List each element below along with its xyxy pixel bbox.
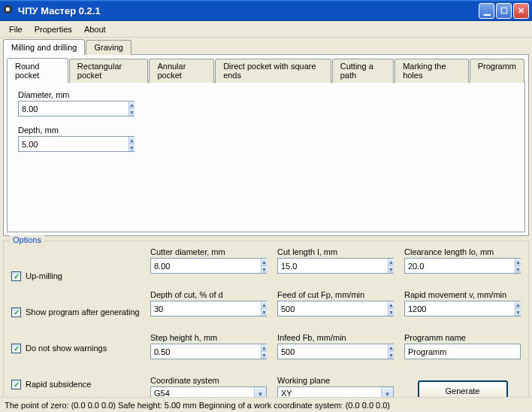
infeed-label: Infeed Fb, mm/min — [277, 333, 394, 342]
rapid-movement-spinner[interactable]: ▲▼ — [404, 301, 521, 317]
chevron-up-icon[interactable]: ▲ — [388, 259, 394, 265]
tab-cutting-path[interactable]: Cutting a path — [332, 59, 394, 83]
show-program-label: Show program after generating — [26, 307, 140, 317]
up-milling-checkbox[interactable]: ✓ — [11, 271, 21, 281]
chevron-down-icon[interactable]: ▼ — [388, 351, 394, 359]
tab-annular-pocket[interactable]: Annular pocket — [149, 59, 214, 83]
titlebar: ЧПУ Мастер 0.2.1 ▁ ☐ ✕ — [0, 0, 532, 21]
show-program-row: ✓ Show program after generating — [11, 307, 150, 317]
app-icon — [3, 5, 15, 17]
diameter-up-icon[interactable]: ▲ — [129, 101, 135, 108]
programm-name-input[interactable] — [404, 344, 521, 359]
rapid-movement-input[interactable] — [405, 301, 515, 316]
feed-of-cut-spinner[interactable]: ▲▼ — [277, 301, 394, 317]
no-warnings-checkbox[interactable]: ✓ — [11, 344, 21, 353]
tab-marking-holes[interactable]: Marking the holes — [394, 59, 469, 83]
chevron-down-icon[interactable]: ▼ — [261, 351, 267, 359]
chevron-down-icon[interactable]: ▼ — [515, 308, 521, 316]
clearance-length-label: Clearance length lo, mm — [404, 247, 521, 256]
depth-input[interactable] — [19, 137, 128, 151]
up-milling-label: Up-milling — [26, 271, 62, 280]
tab-rectangular-pocket[interactable]: Rectangular pocket — [69, 59, 149, 83]
step-height-label: Step height h, mm — [150, 333, 267, 342]
close-button[interactable]: ✕ — [513, 3, 529, 19]
chevron-down-icon[interactable]: ▼ — [388, 308, 394, 316]
round-pocket-panel: Diameter, mm ▲ ▼ Depth, mm ▲ ▼ — [7, 82, 525, 232]
tab-round-pocket[interactable]: Round pocket — [7, 58, 68, 83]
depth-spinner[interactable]: ▲ ▼ — [18, 136, 135, 152]
infeed-input[interactable] — [278, 344, 388, 359]
depth-of-cut-input[interactable] — [151, 301, 261, 316]
diameter-spinner[interactable]: ▲ ▼ — [18, 101, 135, 117]
depth-label: Depth, mm — [18, 126, 514, 135]
diameter-label: Diameter, mm — [18, 90, 514, 99]
tab-milling-drilling[interactable]: Milling and drilling — [3, 39, 85, 55]
step-height-spinner[interactable]: ▲▼ — [150, 344, 267, 359]
cutter-diameter-input[interactable] — [151, 259, 261, 273]
depth-of-cut-spinner[interactable]: ▲▼ — [150, 301, 267, 317]
no-warnings-row: ✓ Do not show warnings — [11, 344, 150, 353]
cutter-diameter-spinner[interactable]: ▲▼ — [150, 258, 267, 274]
window-title: ЧПУ Мастер 0.2.1 — [18, 5, 479, 17]
coordinate-system-label: Coordinate system — [150, 376, 267, 385]
cut-length-label: Cut length l, mm — [277, 247, 394, 256]
cutter-diameter-label: Cutter diameter, mm — [150, 247, 267, 256]
up-milling-row: ✓ Up-milling — [11, 271, 150, 281]
rapid-movement-label: Rapid movement v, mm/min — [404, 290, 521, 299]
feed-of-cut-input[interactable] — [278, 301, 388, 316]
clearance-length-spinner[interactable]: ▲▼ — [404, 258, 521, 274]
working-plane-label: Working plane — [277, 376, 394, 385]
chevron-up-icon[interactable]: ▲ — [388, 301, 394, 308]
rapid-subsidence-checkbox[interactable]: ✓ — [11, 380, 21, 389]
menu-about[interactable]: About — [78, 23, 112, 35]
no-warnings-label: Do not show warnings — [26, 344, 107, 353]
tab-graving[interactable]: Graving — [86, 40, 131, 55]
chevron-up-icon[interactable]: ▲ — [515, 301, 521, 308]
diameter-input[interactable] — [19, 101, 128, 116]
feed-of-cut-label: Feed of cut Fp, mm/min — [277, 290, 394, 299]
cut-length-input[interactable] — [278, 259, 388, 273]
chevron-down-icon[interactable]: ▼ — [261, 308, 267, 316]
tab-programm[interactable]: Programm — [470, 59, 524, 83]
depth-of-cut-label: Depth of cut, % of d — [150, 290, 267, 299]
tab-direct-pocket[interactable]: Direct pocket with square ends — [215, 59, 331, 83]
minimize-button[interactable]: ▁ — [479, 3, 494, 19]
statusbar: The point of zero: (0.0 0.0 0.0) Safe he… — [0, 397, 532, 412]
chevron-down-icon[interactable]: ▼ — [388, 265, 394, 273]
show-program-checkbox[interactable]: ✓ — [11, 307, 21, 317]
options-group: Options ✓ Up-milling ✓ Show program afte… — [3, 241, 529, 410]
depth-down-icon[interactable]: ▼ — [129, 144, 135, 151]
chevron-down-icon[interactable]: ▼ — [261, 265, 267, 273]
maximize-button[interactable]: ☐ — [496, 3, 512, 19]
menu-file[interactable]: File — [3, 23, 29, 35]
options-legend: Options — [10, 235, 44, 244]
chevron-up-icon[interactable]: ▲ — [515, 259, 521, 265]
menu-properties[interactable]: Properties — [29, 23, 78, 35]
chevron-up-icon[interactable]: ▲ — [261, 301, 267, 308]
status-text: The point of zero: (0.0 0.0 0.0) Safe he… — [5, 401, 390, 410]
infeed-spinner[interactable]: ▲▼ — [277, 344, 394, 359]
diameter-down-icon[interactable]: ▼ — [129, 108, 135, 116]
chevron-up-icon[interactable]: ▲ — [388, 344, 394, 351]
chevron-up-icon[interactable]: ▲ — [261, 259, 267, 265]
rapid-subsidence-label: Rapid subsidence — [26, 380, 91, 389]
menubar: File Properties About — [0, 21, 532, 38]
inner-tabs: Round pocket Rectangular pocket Annular … — [7, 58, 525, 232]
cut-length-spinner[interactable]: ▲▼ — [277, 258, 394, 274]
clearance-length-input[interactable] — [405, 259, 515, 273]
step-height-input[interactable] — [151, 344, 261, 359]
rapid-subsidence-row: ✓ Rapid subsidence — [11, 380, 150, 389]
outer-tabs: Milling and drilling Graving Round pocke… — [3, 39, 529, 236]
depth-up-icon[interactable]: ▲ — [129, 137, 135, 144]
programm-name-label: Programm name — [404, 333, 521, 342]
chevron-down-icon[interactable]: ▼ — [515, 265, 521, 273]
chevron-up-icon[interactable]: ▲ — [261, 344, 267, 351]
